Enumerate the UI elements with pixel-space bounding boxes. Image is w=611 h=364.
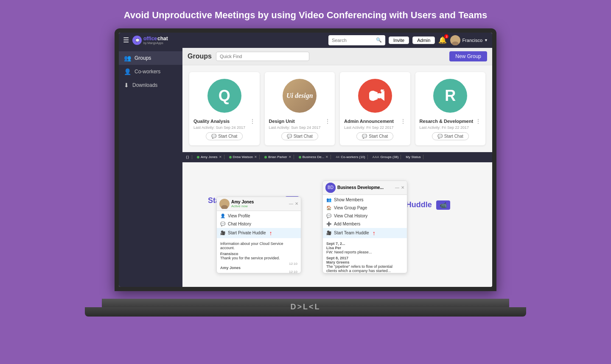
downloads-icon: ⬇ bbox=[124, 82, 129, 89]
app-logo: 💬 office chat by MangoApps bbox=[132, 36, 168, 45]
minimize-icon-biz[interactable]: — bbox=[395, 185, 399, 190]
svg-rect-4 bbox=[378, 93, 381, 98]
svg-text:💬: 💬 bbox=[135, 38, 140, 42]
drew-status-dot bbox=[229, 156, 232, 158]
group-menu-icon-design[interactable]: ⋮ bbox=[325, 118, 331, 125]
close-brian-status[interactable]: ✕ bbox=[289, 155, 291, 159]
close-business-status[interactable]: ✕ bbox=[325, 155, 328, 159]
statusbar: ⟨⟩ Amy Jones ✕ Drew Watson ✕ bbox=[182, 152, 492, 162]
statusbar-expand[interactable]: ⟨⟩ bbox=[186, 155, 192, 159]
new-group-button[interactable]: New Group bbox=[449, 51, 487, 61]
status-my-status[interactable]: My Status bbox=[404, 155, 423, 159]
amy-msg-3-sender: Amy Jones bbox=[220, 266, 297, 270]
add-members-item[interactable]: ➕ Add Members bbox=[323, 220, 407, 228]
chat-history-item[interactable]: 💬 Chat History bbox=[217, 220, 301, 228]
close-icon-amy[interactable]: ✕ bbox=[295, 201, 298, 206]
status-brian[interactable]: Brian Parker ✕ bbox=[262, 155, 294, 159]
start-chat-research[interactable]: 💬 Start Chat bbox=[432, 132, 469, 140]
amy-status-label: Amy Jones bbox=[201, 155, 218, 159]
status-groups[interactable]: AAA Groups (38) bbox=[370, 155, 401, 159]
business-status-label: Business De... bbox=[303, 155, 325, 159]
close-icon-biz[interactable]: ✕ bbox=[401, 185, 404, 190]
view-chat-history-item[interactable]: 💬 View Chat History bbox=[323, 212, 407, 220]
laptop-device: ☰ 💬 office chat by MangoApps bbox=[110, 28, 501, 333]
brian-status-dot bbox=[264, 156, 267, 158]
sidebar-item-downloads[interactable]: ⬇ Downloads bbox=[119, 78, 182, 92]
group-card-research: R Resarch & Development ⋮ Last Activity:… bbox=[415, 72, 486, 145]
group-name-row-research: Resarch & Development ⋮ bbox=[415, 116, 486, 125]
admin-button[interactable]: Admin bbox=[412, 36, 435, 44]
group-menu-icon-admin[interactable]: ⋮ bbox=[400, 118, 406, 125]
group-avatar-quality: Q bbox=[207, 79, 241, 113]
biz-date-1: Sept 7, 2... bbox=[326, 242, 404, 246]
group-card-quality: Q Quality Analysis ⋮ Last Activity: Sun … bbox=[189, 72, 260, 145]
dell-logo: D>L<L bbox=[290, 303, 320, 311]
sidebar: 👥 Groups 👤 Co-workers ⬇ Downloads bbox=[119, 48, 182, 287]
main-content: Groups New Group Q Quality Analysis ⋮ bbox=[182, 48, 492, 287]
group-name-admin: Admin Announcement bbox=[344, 119, 394, 124]
group-avatar-admin bbox=[358, 79, 392, 113]
screen-bezel: ☰ 💬 office chat by MangoApps bbox=[115, 28, 496, 291]
group-name-design: Design Unit bbox=[269, 119, 295, 124]
logo-icon: 💬 bbox=[132, 36, 142, 45]
search-bar[interactable]: 🔍 bbox=[328, 35, 385, 45]
amy-jones-chat-popup: Amy Jones Active now — ✕ 👤 View bbox=[216, 197, 293, 273]
business-status-dot bbox=[299, 156, 301, 158]
amy-messages: Information about your Cloud Service acc… bbox=[217, 239, 301, 273]
app-screen: ☰ 💬 office chat by MangoApps bbox=[119, 33, 492, 287]
chat-popup-business: BD Business Developme... — ✕ bbox=[322, 181, 407, 273]
view-profile-item[interactable]: 👤 View Profile bbox=[217, 212, 301, 220]
start-chat-quality[interactable]: 💬 Start Chat bbox=[206, 132, 243, 140]
quick-find-input[interactable] bbox=[216, 52, 309, 61]
page-headline: Avoid Unproductive Meetings by using Vid… bbox=[115, 0, 496, 28]
group-menu-icon-research[interactable]: ⋮ bbox=[475, 118, 481, 125]
svg-point-2 bbox=[453, 37, 457, 41]
status-amy[interactable]: Amy Jones ✕ bbox=[195, 155, 224, 159]
group-activity-admin: Last Activity: Fri Sep 22 2017 bbox=[340, 125, 398, 132]
invite-button[interactable]: Invite bbox=[389, 36, 409, 44]
user-menu[interactable]: Francisco ▼ bbox=[450, 35, 488, 45]
business-name: Business Developme... bbox=[337, 185, 393, 190]
group-card-design: Ui design Design Unit ⋮ Last Activity: S… bbox=[265, 72, 335, 145]
start-chat-design[interactable]: 💬 Start Chat bbox=[281, 132, 318, 140]
sidebar-item-groups[interactable]: 👥 Groups bbox=[119, 51, 182, 65]
show-members-item[interactable]: 👥 Show Members bbox=[323, 196, 407, 204]
members-icon: 👥 bbox=[326, 197, 331, 202]
logo-text-wrapper: office chat by MangoApps bbox=[143, 36, 168, 44]
chat-history-icon: 💬 bbox=[326, 214, 331, 218]
start-team-huddle-item[interactable]: 🎥 Start Team Huddle ↑ bbox=[323, 228, 407, 238]
notifications-button[interactable]: 🔔 3 bbox=[438, 36, 447, 44]
search-input[interactable] bbox=[332, 38, 374, 43]
minimize-icon[interactable]: — bbox=[289, 201, 293, 206]
groups-prefix: AAA bbox=[373, 155, 379, 159]
group-activity-quality: Last Activity: Sun Sep 24 2017 bbox=[189, 125, 249, 132]
red-arrow-team: ↑ bbox=[373, 230, 376, 236]
status-business[interactable]: Business De... ✕ bbox=[297, 155, 331, 159]
view-group-page-item[interactable]: 🏠 View Group Page bbox=[323, 204, 407, 212]
start-private-huddle-item[interactable]: 🎥 Start Private Huddle ↑ bbox=[217, 228, 301, 238]
app-body: 👥 Groups 👤 Co-workers ⬇ Downloads bbox=[119, 48, 492, 287]
svg-text:BD: BD bbox=[328, 185, 334, 190]
group-name-row-quality: Quality Analysis ⋮ bbox=[189, 116, 260, 125]
amy-msg-2: Thank you for the service provided. bbox=[220, 256, 297, 260]
amy-avatar bbox=[219, 199, 230, 209]
amy-msg-1: Information about your Cloud Service acc… bbox=[220, 242, 297, 250]
groups-grid: Q Quality Analysis ⋮ Last Activity: Sun … bbox=[182, 65, 492, 152]
group-menu-icon-quality[interactable]: ⋮ bbox=[249, 118, 255, 125]
biz-msg-1: FW: Need reports please... bbox=[326, 250, 404, 254]
groups-icon: 👥 bbox=[124, 55, 131, 61]
start-chat-admin[interactable]: 💬 Start Chat bbox=[356, 132, 393, 140]
hamburger-icon[interactable]: ☰ bbox=[123, 36, 129, 44]
brian-status-label: Brian Parker bbox=[268, 155, 287, 159]
svg-line-8 bbox=[383, 92, 384, 92]
user-name: Francisco bbox=[462, 38, 482, 43]
sidebar-item-coworkers[interactable]: 👤 Co-workers bbox=[119, 65, 182, 78]
red-arrow-private: ↑ bbox=[269, 230, 272, 236]
status-drew[interactable]: Drew Watson ✕ bbox=[227, 155, 260, 159]
close-amy-status[interactable]: ✕ bbox=[219, 155, 222, 159]
logo-sub: by MangoApps bbox=[143, 42, 168, 44]
status-coworkers[interactable]: 44 Co-workers (10) bbox=[334, 155, 367, 159]
close-drew-status[interactable]: ✕ bbox=[254, 155, 257, 159]
svg-point-10 bbox=[222, 200, 227, 205]
sidebar-item-label-coworkers: Co-workers bbox=[135, 69, 160, 75]
